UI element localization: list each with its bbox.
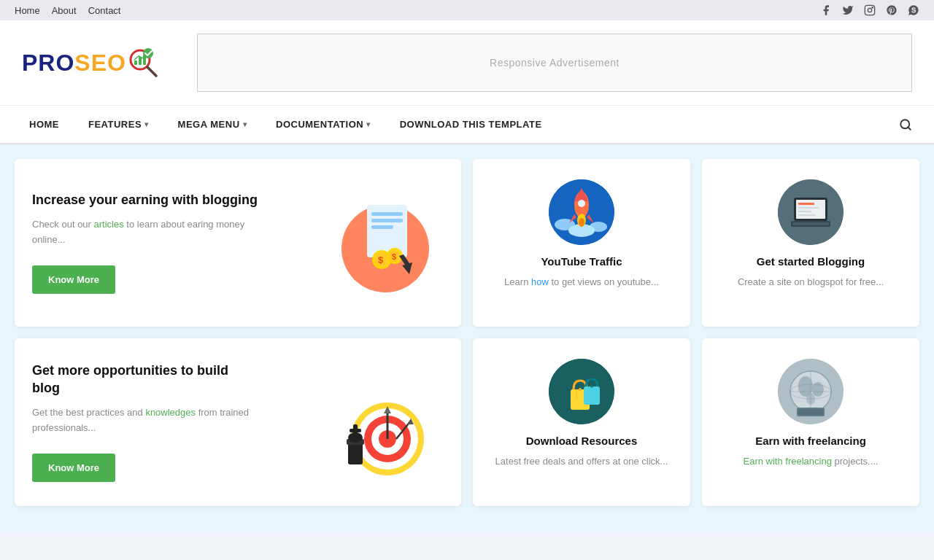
download-card-title: Download Resources	[526, 435, 638, 447]
svg-rect-54	[350, 429, 361, 432]
know-more-btn-1[interactable]: Know More	[32, 265, 115, 294]
chevron-down-icon: ▾	[144, 120, 149, 128]
chevron-down-icon: ▾	[243, 120, 247, 128]
cards-row-1: Increase your earning with blogging Chec…	[15, 159, 919, 327]
svg-rect-15	[371, 225, 393, 229]
nav-features[interactable]: FEATURES ▾	[74, 106, 163, 143]
svg-point-1	[868, 8, 871, 12]
logo-seo-text: SEO	[74, 50, 126, 77]
cards-row-2: Get more opportunities to build blog Get…	[15, 338, 919, 506]
svg-point-33	[579, 218, 584, 227]
svg-rect-40	[798, 214, 816, 216]
logo-pro-text: PRO	[22, 50, 74, 77]
svg-point-2	[872, 7, 873, 8]
big-card-1-image: $ $	[327, 184, 444, 301]
big-card-1-link[interactable]: articles	[94, 219, 124, 230]
freelancing-card-image	[778, 359, 844, 424]
svg-rect-6	[139, 57, 142, 65]
svg-text:$: $	[378, 254, 384, 265]
download-card-image	[549, 359, 614, 424]
svg-rect-36	[796, 200, 825, 219]
nav-contact[interactable]: Contact	[88, 5, 121, 16]
skype-icon[interactable]	[908, 4, 919, 16]
youtube-link[interactable]: how	[531, 276, 549, 287]
svg-rect-14	[371, 219, 403, 222]
instagram-icon[interactable]	[864, 4, 876, 16]
social-icons	[820, 4, 919, 16]
svg-rect-0	[865, 5, 874, 15]
big-card-1-desc: Check out our articles to learn about ea…	[32, 217, 258, 248]
facebook-icon[interactable]	[820, 4, 832, 16]
small-card-youtube: YouTube Traffic Learn how to get views o…	[473, 159, 690, 327]
big-card-1-content: Increase your earning with blogging Chec…	[32, 192, 258, 294]
know-more-btn-2[interactable]: Know More	[32, 454, 115, 482]
svg-rect-50	[348, 443, 363, 464]
small-card-download: Download Resources Latest free deals and…	[473, 338, 690, 506]
small-card-blogging: Get started Blogging Create a site on bl…	[702, 159, 919, 327]
nav-home[interactable]: Home	[15, 5, 40, 16]
pinterest-icon[interactable]	[886, 4, 898, 16]
svg-line-10	[908, 127, 910, 129]
svg-rect-42	[792, 222, 829, 225]
svg-rect-60	[584, 386, 600, 405]
svg-point-29	[578, 200, 585, 207]
svg-rect-38	[798, 207, 819, 209]
freelancing-link[interactable]: Earn with freelancing	[744, 456, 832, 467]
small-card-freelancing: Earn with freelancing Earn with freelanc…	[702, 338, 919, 506]
logo-icon	[128, 47, 158, 78]
svg-rect-37	[798, 203, 814, 205]
big-card-2-link[interactable]: knowledges	[145, 407, 196, 418]
top-bar: Home About Contact	[0, 0, 934, 20]
big-card-2-image	[327, 364, 444, 481]
chevron-down-icon: ▾	[366, 120, 371, 128]
blogging-card-desc: Create a site on blogspot for free...	[738, 275, 884, 289]
svg-line-4	[147, 67, 156, 76]
svg-point-61	[579, 388, 582, 391]
blogging-card-image	[778, 179, 844, 245]
big-card-2-content: Get more opportunities to build blog Get…	[32, 362, 258, 481]
big-card-2-title: Get more opportunities to build blog	[32, 362, 258, 397]
nav-items: HOME FEATURES ▾ MEGA MENU ▾ DOCUMENTATIO…	[15, 106, 892, 143]
big-card-2: Get more opportunities to build blog Get…	[15, 338, 461, 506]
search-button[interactable]	[892, 108, 919, 141]
nav-home[interactable]: HOME	[15, 106, 74, 143]
nav-download-template[interactable]: DOWNLOAD THIS TEMPLATE	[385, 106, 557, 143]
download-card-desc: Latest free deals and offers at one clic…	[495, 454, 668, 469]
svg-text:$: $	[392, 252, 396, 261]
svg-rect-72	[798, 409, 823, 415]
nav-about[interactable]: About	[52, 5, 77, 16]
big-card-1-title: Increase your earning with blogging	[32, 192, 258, 209]
main-nav: HOME FEATURES ▾ MEGA MENU ▾ DOCUMENTATIO…	[0, 105, 934, 144]
top-nav: Home About Contact	[15, 5, 120, 16]
logo: PRO SEO	[22, 47, 168, 78]
svg-rect-13	[371, 212, 403, 216]
big-card-2-desc: Get the best practices and knowledges fr…	[32, 405, 258, 436]
freelancing-card-title: Earn with freelancing	[755, 435, 866, 447]
nav-mega-menu[interactable]: MEGA MENU ▾	[163, 106, 261, 143]
blogging-card-title: Get started Blogging	[757, 255, 865, 268]
big-card-1: Increase your earning with blogging Chec…	[15, 159, 461, 327]
youtube-card-image	[549, 179, 614, 245]
youtube-card-title: YouTube Traffic	[541, 255, 622, 268]
nav-documentation[interactable]: DOCUMENTATION ▾	[261, 106, 385, 143]
header: PRO SEO Responsive Advertisement	[0, 20, 934, 105]
content-area: Increase your earning with blogging Chec…	[0, 144, 934, 532]
freelancing-card-desc: Earn with freelancing projects....	[744, 454, 879, 469]
svg-rect-39	[798, 211, 811, 212]
svg-rect-5	[134, 61, 137, 65]
svg-point-62	[590, 385, 593, 388]
twitter-icon[interactable]	[842, 4, 854, 16]
ad-banner: Responsive Advertisement	[197, 34, 912, 92]
youtube-card-desc: Learn how to get views on youtube...	[504, 275, 659, 289]
